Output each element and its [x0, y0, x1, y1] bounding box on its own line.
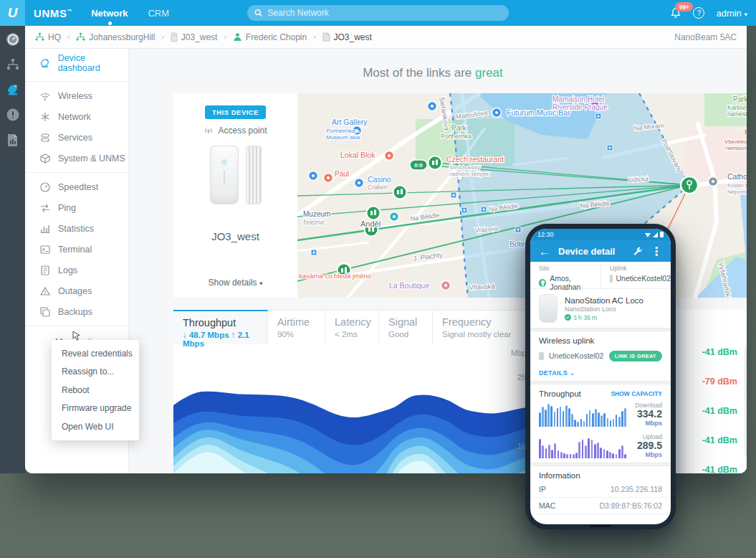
wrench-icon[interactable] — [633, 247, 642, 256]
bar — [571, 414, 573, 427]
bar — [542, 445, 544, 458]
uplink-cell[interactable]: Uplink UneticeKostel02 — [601, 262, 671, 288]
details-toggle[interactable]: DETAILS ⌄ — [530, 365, 671, 381]
access-point-icon — [204, 126, 214, 136]
breadcrumb-client[interactable]: Frederic Chopin — [233, 32, 307, 42]
uplink-row[interactable]: UneticeKostel02 LINK IS GREAT — [530, 346, 671, 365]
bar — [582, 440, 584, 458]
tab-airtime[interactable]: Airtime90% — [268, 311, 325, 344]
map-label: radniční sklípek — [449, 171, 490, 177]
breadcrumb-separator: › — [313, 33, 315, 41]
phone-overlay: 12:30 ← Device detail ⋮ Site Amos, Jonat… — [525, 224, 676, 529]
bar — [557, 408, 559, 427]
tab-signal[interactable]: SignalGood — [379, 311, 433, 344]
upload-bars-chart — [539, 435, 626, 458]
device-image — [173, 146, 297, 204]
sitemap-icon — [76, 32, 85, 42]
transit-dot — [517, 229, 520, 231]
bar — [585, 445, 587, 458]
user-menu[interactable]: admin ▾ — [716, 8, 747, 19]
sidebar-item-statistics[interactable]: Statistics — [25, 218, 128, 239]
poi-dot — [312, 174, 315, 177]
help-button[interactable]: ? — [693, 7, 704, 19]
sidebar-item-ping[interactable]: Ping — [25, 197, 128, 218]
poi-dot — [444, 284, 447, 287]
station-marker[interactable] — [393, 186, 407, 199]
rail-devices-icon[interactable] — [5, 82, 21, 98]
sidebar-item-system[interactable]: System & UNMS — [25, 148, 128, 169]
bar — [575, 453, 578, 458]
kebab-menu-icon[interactable]: ⋮ — [651, 245, 662, 258]
search-input[interactable] — [267, 8, 502, 18]
map-label: Nepomuckého — [727, 189, 747, 195]
sidebar-item-outages[interactable]: Outages — [25, 280, 128, 301]
station-marker[interactable] — [429, 156, 442, 170]
poi-dot — [327, 176, 330, 179]
show-capacity-button[interactable]: SHOW CAPACITY — [611, 390, 662, 397]
search-bar[interactable] — [247, 5, 509, 21]
station-marker[interactable] — [367, 207, 381, 220]
throughput-chart[interactable]: Mbps 250 150 — [173, 344, 537, 473]
download-bars-chart — [539, 404, 626, 427]
tab-latency[interactable]: Latency< 2ms — [325, 311, 379, 344]
bar — [607, 418, 609, 427]
rail-dashboard-icon[interactable] — [5, 32, 21, 47]
map-label: Park — [733, 95, 747, 103]
menu-item-open-web-ui[interactable]: Open Web UI — [52, 417, 139, 436]
show-details-button[interactable]: Show details ▾ — [173, 278, 297, 288]
phone-page-title: Device detail — [558, 246, 616, 257]
transit-dot — [609, 147, 611, 149]
dashboard-icon — [39, 57, 51, 69]
menu-item-reboot[interactable]: Reboot — [52, 381, 139, 399]
site-cell[interactable]: Site Amos, Jonathan — [530, 262, 601, 288]
sidebar-item-speedtest[interactable]: Speedtest — [25, 176, 128, 197]
unms-logo[interactable]: U — [0, 0, 25, 26]
breadcrumb-separator: › — [67, 33, 70, 41]
phone-device-card[interactable]: NanoStation AC Loco NanoStation Loco ✓3 … — [530, 289, 671, 328]
notifications-button[interactable]: 99+ — [670, 7, 681, 19]
tab-throughput[interactable]: Throughput ↓ 48.7 Mbps ↑ 2.1 Mbps — [173, 310, 268, 344]
phone-app-bar: ← Device detail ⋮ — [530, 240, 671, 262]
breadcrumb-site[interactable]: JohanessburgHill — [76, 32, 155, 42]
rail-outages-icon[interactable] — [5, 107, 21, 123]
poi-dot — [712, 180, 714, 183]
bar — [603, 413, 606, 427]
map-label: Hosp — [745, 128, 747, 136]
device-side-view — [246, 146, 262, 204]
bar — [618, 449, 621, 458]
sidebar-item-terminal[interactable]: Terminal — [25, 239, 128, 260]
log-file-icon — [39, 265, 51, 276]
map-label: Art Gallery — [332, 118, 368, 126]
sidebar-item-label: Device dashboard — [58, 53, 128, 73]
asterisk-icon — [39, 111, 51, 123]
scrollbar[interactable] — [745, 347, 747, 456]
nav-crm[interactable]: CRM — [148, 8, 169, 19]
breadcrumb-hq[interactable]: HQ — [35, 32, 61, 42]
menu-item-reveal-credentials[interactable]: Reveal credentials — [52, 344, 139, 363]
bar — [618, 417, 621, 427]
rail-logs-icon[interactable] — [5, 132, 21, 148]
rail-sites-icon[interactable] — [5, 57, 21, 72]
map-label: Paul — [335, 170, 349, 178]
map-label: Portheimka - — [326, 128, 359, 134]
menu-item-firmware-upgrade[interactable]: Firmware upgrade — [52, 399, 139, 418]
sidebar-item-services[interactable]: Services — [25, 127, 128, 148]
sidebar-item-logs[interactable]: Logs — [25, 260, 128, 280]
nav-network[interactable]: Network — [91, 8, 128, 19]
sidebar-item-network[interactable]: Network — [25, 106, 128, 127]
bar — [563, 411, 565, 427]
sidebar-item-backups[interactable]: Backups — [25, 301, 128, 322]
back-arrow-icon[interactable]: ← — [539, 245, 550, 257]
sidebar-item-device-dashboard[interactable]: Device dashboard — [25, 49, 128, 77]
bar — [560, 407, 562, 427]
breadcrumb-device[interactable]: J03_west — [171, 32, 218, 42]
sidebar-item-wireless[interactable]: Wireless — [25, 85, 128, 106]
map-label: železnic — [303, 219, 325, 226]
bar — [591, 440, 593, 458]
tab-frequency[interactable]: FrequencySignal mostly clear — [433, 311, 537, 344]
links-map[interactable]: 0:0Art GalleryPortheimka -Museum sklaPar… — [297, 93, 747, 298]
map-label: nemocnice v P — [726, 145, 747, 151]
map-label: náměstí — [727, 110, 747, 118]
menu-item-reassign[interactable]: Reassign to... — [52, 363, 139, 382]
search-icon — [254, 9, 262, 17]
